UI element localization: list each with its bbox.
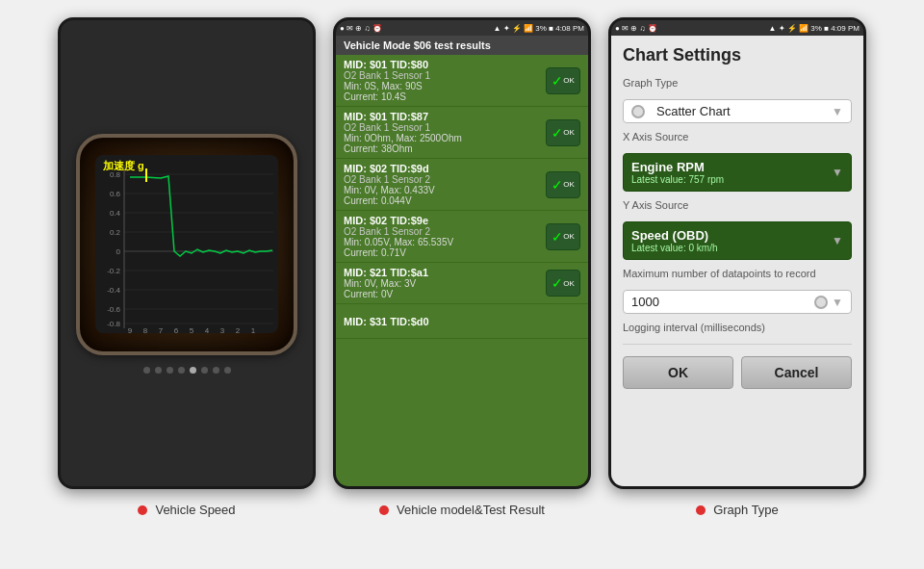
item1-ok-check: ✓ xyxy=(552,73,563,89)
x-axis-value: Engine RPM xyxy=(631,160,832,174)
item1-minmax: Min: 0S, Max: 90S xyxy=(344,81,546,91)
label-item-2: Vehicle model&Test Result xyxy=(333,503,591,517)
x-axis-label: X Axis Source xyxy=(623,131,852,142)
item5-ok-check: ✓ xyxy=(552,275,563,291)
item4-ok-label: OK xyxy=(563,232,575,241)
label-item-1: Vehicle Speed xyxy=(58,503,316,517)
y-axis-label: Y Axis Source xyxy=(623,199,852,211)
svg-text:7: 7 xyxy=(159,326,164,333)
max-datapoints-chevron-down-icon: ▼ xyxy=(832,296,843,309)
item2-mid: MID: $01 TID:$87 xyxy=(344,111,546,122)
max-datapoints-radio[interactable] xyxy=(814,296,828,309)
svg-text:1: 1 xyxy=(251,326,256,333)
dot-2 xyxy=(155,367,162,374)
svg-text:5: 5 xyxy=(190,326,194,333)
label-item-3: Graph Type xyxy=(608,503,866,517)
svg-text:6: 6 xyxy=(174,326,179,333)
ok-button[interactable]: OK xyxy=(623,356,733,389)
item5-current: Current: 0V xyxy=(344,289,546,299)
y-axis-select[interactable]: Speed (OBD) Latest value: 0 km/h ▼ xyxy=(623,221,852,260)
graph-type-select[interactable]: Scatter Chart ▼ xyxy=(623,99,852,123)
svg-text:8: 8 xyxy=(143,326,148,333)
svg-text:9: 9 xyxy=(128,326,133,333)
svg-text:-0.6: -0.6 xyxy=(107,305,120,314)
item2-ok-btn[interactable]: ✓ OK xyxy=(546,119,580,146)
y-axis-chevron-down-icon: ▼ xyxy=(832,234,843,247)
item3-ok-btn[interactable]: ✓ OK xyxy=(546,171,580,198)
dot-8 xyxy=(224,367,231,374)
svg-text:0: 0 xyxy=(116,247,121,256)
chart-title: 加速度 g xyxy=(103,159,144,173)
label-dot-2 xyxy=(379,505,389,515)
item5-ok-label: OK xyxy=(563,279,575,288)
item3-minmax: Min: 0V, Max: 0.433V xyxy=(344,185,546,195)
label-dot-3 xyxy=(696,505,706,515)
x-axis-select[interactable]: Engine RPM Latest value: 757 rpm ▼ xyxy=(623,153,852,192)
result-item-1: MID: $01 TID:$80 O2 Bank 1 Sensor 1 Min:… xyxy=(336,55,588,107)
item4-current: Current: 0.71V xyxy=(344,247,546,258)
svg-text:0.2: 0.2 xyxy=(110,228,121,237)
item1-ok-label: OK xyxy=(563,76,575,85)
item4-mid: MID: $02 TID:$9e xyxy=(344,215,546,226)
label-text-1: Vehicle Speed xyxy=(155,503,235,517)
dot-3 xyxy=(167,367,173,374)
result-item-5: MID: $21 TID:$a1 Min: 0V, Max: 3V Curren… xyxy=(336,263,588,304)
phone2-status-right: ▲ ✦ ⚡ 📶 3% ■ 4:08 PM xyxy=(494,24,584,33)
item3-sensor: O2 Bank 1 Sensor 2 xyxy=(344,174,546,185)
y-axis-value: Speed (OBD) xyxy=(631,228,832,243)
item6-mid: MID: $31 TID:$d0 xyxy=(344,316,580,327)
dot-5 xyxy=(190,367,196,374)
graph-type-value: Scatter Chart xyxy=(649,104,828,118)
item4-minmax: Min: 0.05V, Max: 65.535V xyxy=(344,237,546,247)
item1-sensor: O2 Bank 1 Sensor 1 xyxy=(344,70,546,81)
svg-text:0.6: 0.6 xyxy=(110,190,121,198)
item4-ok-btn[interactable]: ✓ OK xyxy=(546,223,580,250)
graph-type-radio[interactable] xyxy=(631,105,645,118)
graph-type-label: Graph Type xyxy=(623,77,852,89)
result-item-4: MID: $02 TID:$9e O2 Bank 1 Sensor 2 Min:… xyxy=(336,211,588,263)
item2-sensor: O2 Bank 1 Sensor 1 xyxy=(344,122,546,133)
dot-1 xyxy=(143,367,150,374)
item5-mid: MID: $21 TID:$a1 xyxy=(344,267,546,278)
item4-ok-check: ✓ xyxy=(552,229,563,245)
x-axis-chevron-down-icon: ▼ xyxy=(832,166,843,179)
svg-text:4: 4 xyxy=(205,326,210,333)
result-item-6: MID: $31 TID:$d0 xyxy=(336,304,588,339)
dot-6 xyxy=(201,367,208,374)
svg-text:-0.8: -0.8 xyxy=(107,320,120,328)
settings-body: Chart Settings Graph Type Scatter Chart … xyxy=(611,36,863,486)
svg-text:-0.2: -0.2 xyxy=(107,267,120,275)
settings-divider xyxy=(623,344,852,345)
chart-inner: 加速度 g 0.8 0.6 0.4 xyxy=(95,155,278,333)
log-interval-label: Logging interval (milliseconds) xyxy=(623,322,852,333)
dot-7 xyxy=(213,367,219,374)
item5-ok-btn[interactable]: ✓ OK xyxy=(546,270,580,297)
phone2-header: Vehicle Mode $06 test results xyxy=(336,36,588,55)
max-datapoints-select[interactable]: 1000 ▼ xyxy=(623,290,852,314)
item3-ok-label: OK xyxy=(563,180,575,189)
item1-mid: MID: $01 TID:$80 xyxy=(344,59,546,70)
chart-bezel: 加速度 g 0.8 0.6 0.4 xyxy=(76,134,297,355)
svg-text:3: 3 xyxy=(220,326,225,333)
item1-current: Current: 10.4S xyxy=(344,91,546,102)
chart-svg: 0.8 0.6 0.4 0.2 0 -0.2 -0.4 -0.6 -0.8 9 … xyxy=(95,155,278,333)
label-dot-1 xyxy=(138,505,147,515)
label-text-3: Graph Type xyxy=(713,503,779,517)
phone2-frame: ● ✉ ⊕ ♫ ⏰ ▲ ✦ ⚡ 📶 3% ■ 4:08 PM Vehicle M… xyxy=(333,17,591,489)
svg-text:0.4: 0.4 xyxy=(110,209,121,218)
phone3-status-right: ▲ ✦ ⚡ 📶 3% ■ 4:09 PM xyxy=(769,24,860,33)
item3-ok-check: ✓ xyxy=(552,177,563,193)
phone2-status-left: ● ✉ ⊕ ♫ ⏰ xyxy=(340,24,382,33)
item1-ok-btn[interactable]: ✓ OK xyxy=(546,67,580,94)
phone1-frame: 加速度 g 0.8 0.6 0.4 xyxy=(58,17,316,489)
svg-text:2: 2 xyxy=(236,326,241,333)
dot-4 xyxy=(178,367,185,374)
item2-minmax: Min: 0Ohm, Max: 2500Ohm xyxy=(344,133,546,143)
phone3-status-bar: ● ✉ ⊕ ♫ ⏰ ▲ ✦ ⚡ 📶 3% ■ 4:09 PM xyxy=(611,20,863,36)
y-axis-sub: Latest value: 0 km/h xyxy=(631,243,832,253)
item2-current: Current: 38Ohm xyxy=(344,143,546,154)
max-datapoints-label: Maximum number of datapoints to record xyxy=(623,268,852,279)
item2-ok-label: OK xyxy=(563,128,575,137)
cancel-button[interactable]: Cancel xyxy=(741,356,852,389)
item2-ok-check: ✓ xyxy=(552,125,563,141)
